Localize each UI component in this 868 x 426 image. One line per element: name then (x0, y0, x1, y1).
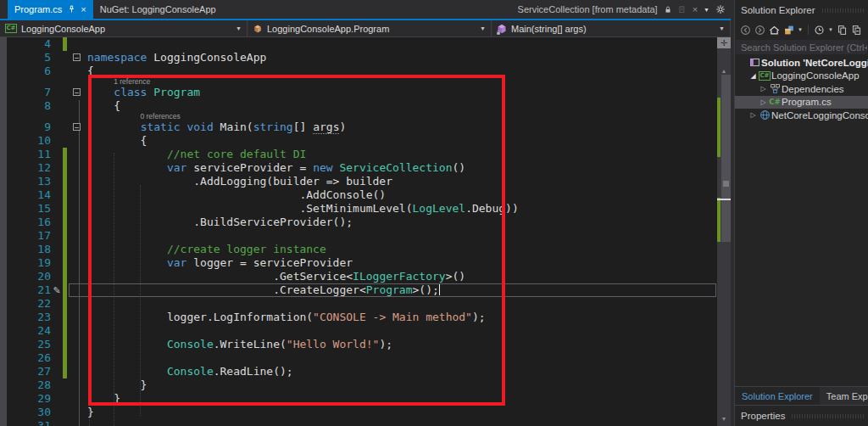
panel-title-bar: Solution Explorer (735, 0, 868, 20)
nav-forward-icon[interactable] (754, 24, 766, 36)
gutter-glyph (51, 351, 63, 365)
editor-left-margin-strip (0, 37, 7, 426)
expander-collapsed-icon[interactable]: ▷ (759, 85, 768, 92)
member-dropdown[interactable]: Main(string[] args) ▼ (492, 20, 731, 36)
keep-open-icon[interactable] (678, 5, 687, 14)
grip-dots (822, 8, 865, 13)
line-number: 15 (7, 202, 51, 216)
project-dropdown[interactable]: C# LoggingConsoleApp ▼ (0, 20, 248, 36)
pending-changes-filter-icon[interactable] (813, 24, 826, 36)
chevron-down-icon[interactable]: ▼ (798, 27, 803, 32)
preview-tab-group: ServiceCollection [from metadata] × ▼ (518, 0, 731, 19)
tab-nuget[interactable]: NuGet: LoggingConsoleApp (93, 0, 223, 19)
project-dropdown-label: LoggingConsoleApp (21, 24, 105, 34)
home-icon[interactable] (768, 24, 781, 36)
close-icon[interactable]: × (693, 4, 698, 14)
outlining-margin (67, 406, 87, 419)
outlining-margin (67, 338, 87, 351)
search-box[interactable] (736, 40, 867, 54)
tree-item-label: Solution 'NetCoreLoggingCo (761, 58, 868, 68)
expander-collapsed-icon[interactable]: ▷ (759, 98, 768, 106)
outline-collapse-box[interactable]: − (73, 123, 81, 131)
tree-item-program-cs[interactable]: ▷C#Program.cs (735, 96, 868, 109)
solution-explorer-toolbar: ▼▼ (735, 20, 868, 39)
outlining-margin (67, 99, 87, 113)
settings-gear-icon[interactable] (715, 4, 726, 14)
code-line[interactable]: 30} (7, 406, 717, 419)
line-number: 22 (7, 297, 51, 311)
outlining-margin (67, 324, 87, 338)
expander-expanded-icon[interactable]: ◢ (748, 72, 758, 80)
properties-panel-header: Properties (735, 405, 868, 426)
scrollbar-marker (723, 181, 729, 187)
expander-collapsed-icon[interactable]: ▷ (748, 111, 758, 119)
line-number: 19 (7, 256, 51, 270)
line-number: 14 (7, 188, 51, 202)
tab-team-explorer[interactable]: Team Explorer (820, 387, 868, 405)
line-number: 5 (7, 51, 51, 64)
editor-vertical-scrollbar[interactable]: ✛ ▲ ▼ (717, 37, 731, 426)
grip-dots (792, 414, 865, 418)
window-list-dropdown-icon[interactable]: ▼ (704, 7, 709, 13)
tree-item-solution-netcoreloggingco[interactable]: Solution 'NetCoreLoggingCo (735, 56, 868, 70)
annotation-box (88, 75, 505, 406)
tree-item-loggingconsoleapp[interactable]: ◢C#LoggingConsoleApp (735, 70, 868, 83)
gutter-glyph (51, 378, 63, 392)
outlining-margin (67, 351, 87, 365)
outlining-margin (67, 161, 87, 175)
outline-collapse-box[interactable]: − (73, 88, 81, 96)
line-number: 24 (7, 324, 51, 338)
gutter-glyph (51, 51, 63, 64)
pin-icon[interactable] (68, 5, 75, 14)
navigation-bar: C# LoggingConsoleApp ▼ LoggingConsoleApp… (0, 20, 731, 37)
code-line[interactable]: 31 (7, 419, 717, 426)
gutter-glyph (51, 216, 63, 229)
sync-active-document-icon[interactable] (836, 24, 849, 36)
line-number: 25 (7, 338, 51, 351)
outlining-margin: − (67, 86, 87, 99)
outlining-margin (67, 134, 87, 148)
collapse-all-icon[interactable] (850, 24, 863, 36)
switch-views-icon[interactable] (782, 24, 795, 36)
gutter-glyph (51, 392, 63, 406)
nav-back-icon[interactable] (739, 24, 752, 36)
gutter-glyph (51, 99, 63, 113)
scrollbar-thumb[interactable] (721, 75, 731, 242)
outlining-margin (67, 378, 87, 392)
visual-studio-window: Program.cs × NuGet: LoggingConsoleApp Se… (0, 0, 868, 426)
outlining-margin: − (67, 51, 87, 64)
tree-item-dependencies[interactable]: ▷Dependencies (735, 82, 868, 96)
line-number: 12 (7, 161, 51, 175)
scroll-up-icon[interactable]: ▲ (717, 68, 731, 74)
code-line[interactable]: 4 (7, 37, 717, 51)
type-dropdown[interactable]: LoggingConsoleApp.Program ▼ (248, 20, 492, 36)
gutter-glyph (51, 134, 63, 148)
tab-solution-explorer[interactable]: Solution Explorer (735, 387, 820, 405)
line-number: 17 (7, 229, 51, 243)
line-number: 23 (7, 311, 51, 324)
outlining-margin (67, 202, 87, 216)
outlining-margin (67, 148, 87, 161)
preview-tab-label[interactable]: ServiceCollection [from metadata] (518, 4, 658, 14)
solution-icon (748, 57, 761, 68)
solution-tree: Solution 'NetCoreLoggingCo◢C#LoggingCons… (735, 56, 868, 122)
scrollbar-change-mark (717, 98, 721, 157)
chevron-down-icon[interactable]: ▼ (828, 27, 833, 32)
splitter-handle-icon[interactable]: ✛ (717, 37, 731, 48)
tab-program-cs[interactable]: Program.cs × (8, 0, 93, 19)
toolbar-separator (808, 25, 809, 35)
solution-explorer-panel: Solution Explorer ▼▼ Solution 'NetCoreLo… (734, 0, 868, 426)
scroll-down-icon[interactable]: ▼ (717, 416, 731, 422)
gutter-glyph (51, 188, 63, 202)
gutter-glyph (51, 148, 63, 161)
code-line[interactable]: 5−namespace LoggingConsoleApp (7, 51, 717, 64)
line-number: 13 (7, 175, 51, 188)
tree-item-netcoreloggingconsole[interactable]: ▷NetCoreLoggingConsole (735, 109, 868, 122)
search-input[interactable] (736, 42, 867, 53)
scrollbar-change-mark (717, 198, 721, 242)
outlining-margin (67, 216, 87, 229)
code-editor[interactable]: 45−namespace LoggingConsoleApp6{1 refere… (7, 37, 717, 426)
outline-collapse-box[interactable]: − (73, 53, 81, 61)
close-icon[interactable]: × (81, 5, 86, 14)
gutter-glyph (51, 175, 63, 188)
